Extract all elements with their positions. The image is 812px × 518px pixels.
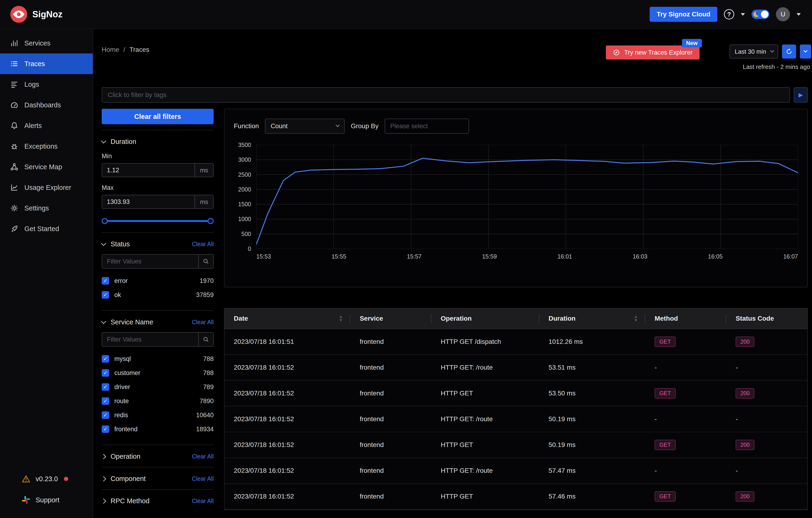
duration-min-input[interactable] (102, 164, 195, 177)
try-signoz-cloud-button[interactable]: Try Signoz Cloud (650, 7, 717, 22)
table-row[interactable]: 2023/07/18 16:01:51 frontend HTTP GET /d… (225, 329, 807, 355)
filter-option-count: 18934 (196, 426, 214, 433)
duration-max-input[interactable] (102, 195, 195, 208)
operation-section-title[interactable]: Operation (111, 453, 187, 460)
column-header-operation[interactable]: Operation (431, 308, 539, 329)
filter-option-label[interactable]: customer (114, 370, 198, 377)
filter-option-label[interactable]: frontend (114, 426, 191, 433)
clear-all-link[interactable]: Clear All (192, 475, 214, 482)
filter-option-label[interactable]: redis (114, 412, 191, 419)
filter-option-label[interactable]: ok (114, 291, 191, 299)
column-header-service[interactable]: Service (350, 308, 431, 329)
service-name-filter-input[interactable] (102, 333, 198, 346)
column-header-status-code[interactable]: Status Code (726, 308, 807, 329)
slider-handle-max[interactable] (208, 218, 214, 224)
checkbox-checked[interactable] (102, 277, 109, 284)
cell-date: 2023/07/18 16:01:52 (225, 389, 350, 397)
sidebar-item-logs[interactable]: Logs (0, 74, 93, 95)
tag-filter-input[interactable] (102, 87, 790, 103)
sidebar-item-alerts[interactable]: Alerts (0, 115, 93, 136)
clear-all-link[interactable]: Clear All (192, 498, 214, 505)
chevron-right-icon[interactable] (101, 454, 106, 459)
user-avatar[interactable]: U (776, 7, 790, 21)
group-by-select[interactable] (385, 118, 469, 134)
duration-range-slider[interactable] (104, 220, 211, 222)
search-icon[interactable] (198, 333, 213, 346)
user-menu-caret-icon[interactable] (796, 13, 801, 16)
checkbox-checked[interactable] (102, 291, 109, 299)
checkbox-checked[interactable] (102, 355, 109, 362)
duration-section-title[interactable]: Duration (111, 138, 214, 145)
chevron-right-icon[interactable] (101, 476, 106, 482)
function-select[interactable]: Count (265, 118, 345, 134)
sidebar-item-dashboards[interactable]: Dashboards (0, 95, 93, 115)
chevron-down-icon[interactable] (101, 319, 106, 324)
table-row[interactable]: 2023/07/18 16:01:52 frontend HTTP GET 50… (225, 432, 807, 458)
x-tick-label: 15:55 (331, 253, 346, 260)
run-query-button[interactable] (794, 87, 808, 103)
table-row[interactable]: 2023/07/18 16:01:52 frontend HTTP GET 53… (225, 381, 807, 406)
refresh-options-button[interactable] (800, 45, 811, 59)
sidebar-item-service-map[interactable]: Service Map (0, 157, 93, 177)
slider-handle-min[interactable] (102, 218, 108, 224)
chart-plot-area[interactable]: 15:5315:5515:5715:5916:0116:0316:0516:07 (256, 145, 798, 260)
table-row[interactable]: 2023/07/18 16:01:52 frontend HTTP GET: /… (225, 355, 807, 381)
refresh-button[interactable] (782, 45, 796, 59)
clear-all-filters-button[interactable]: Clear all filters (102, 109, 214, 124)
line-chart-svg[interactable] (256, 145, 798, 249)
try-new-traces-explorer-button[interactable]: Try new Traces Explorer New (606, 46, 700, 59)
column-header-date[interactable]: Date (225, 308, 350, 329)
search-icon[interactable] (198, 254, 213, 268)
filter-option-label[interactable]: route (114, 398, 195, 405)
sort-icon[interactable] (339, 315, 343, 322)
help-icon[interactable] (724, 9, 734, 20)
sidebar-item-services[interactable]: Services (0, 33, 93, 53)
chevron-down-icon[interactable] (101, 241, 106, 246)
status-section-title[interactable]: Status (111, 240, 187, 248)
column-header-duration[interactable]: Duration (539, 308, 645, 329)
table-row[interactable]: 2023/07/18 16:01:52 frontend HTTP GET: /… (225, 406, 807, 432)
rpc-method-section-title[interactable]: RPC Method (111, 497, 187, 505)
x-tick-label: 15:59 (482, 253, 497, 260)
column-header-method[interactable]: Method (645, 308, 726, 329)
checkbox-checked[interactable] (102, 383, 109, 391)
chevron-right-icon[interactable] (101, 498, 106, 504)
support-link[interactable]: Support (0, 489, 93, 511)
sidebar-item-settings[interactable]: Settings (0, 198, 93, 218)
sort-icon[interactable] (634, 315, 638, 322)
y-tick-label: 3000 (238, 156, 251, 163)
sidebar-item-get-started[interactable]: Get Started (0, 218, 93, 239)
service-name-section-title[interactable]: Service Name (111, 318, 187, 326)
network-icon (10, 163, 18, 171)
table-row[interactable]: 2023/07/18 16:01:52 frontend HTTP GET 57… (225, 484, 807, 510)
table-row[interactable]: 2023/07/18 16:01:52 frontend HTTP GET: /… (225, 458, 807, 484)
cell-status-code: 200 (726, 440, 807, 450)
cell-operation: HTTP GET: /route (431, 364, 539, 371)
cell-method: GET (645, 491, 726, 501)
status-filter-input[interactable] (102, 254, 198, 268)
checkbox-checked[interactable] (102, 411, 109, 419)
component-section-title[interactable]: Component (111, 475, 187, 483)
theme-toggle[interactable] (752, 9, 770, 19)
app-header: SigNoz Try Signoz Cloud U (0, 0, 812, 29)
sidebar-item-traces[interactable]: Traces (0, 53, 93, 74)
filter-option-label[interactable]: error (114, 277, 195, 284)
time-range-select[interactable]: Last 30 min (729, 45, 778, 59)
help-caret-icon[interactable] (741, 13, 745, 16)
breadcrumb-home-link[interactable]: Home (102, 46, 119, 53)
chevron-down-icon[interactable] (101, 138, 106, 143)
sidebar-item-usage-explorer[interactable]: Usage Explorer (0, 177, 93, 198)
sidebar-item-exceptions[interactable]: Exceptions (0, 136, 93, 157)
app-shell: Services Traces Logs Dashboards Alerts E… (0, 29, 812, 518)
cell-duration: 57.47 ms (539, 467, 645, 474)
filter-option-label[interactable]: mysql (114, 355, 198, 362)
checkbox-checked[interactable] (102, 369, 109, 377)
checkbox-checked[interactable] (102, 426, 109, 433)
clear-all-link[interactable]: Clear All (192, 453, 214, 460)
filter-option-label[interactable]: driver (114, 383, 198, 391)
checkbox-checked[interactable] (102, 397, 109, 405)
clear-all-link[interactable]: Clear All (192, 319, 214, 326)
brand[interactable]: SigNoz (10, 6, 62, 23)
clear-all-link[interactable]: Clear All (192, 241, 214, 247)
version-row[interactable]: v0.23.0 (0, 468, 93, 489)
